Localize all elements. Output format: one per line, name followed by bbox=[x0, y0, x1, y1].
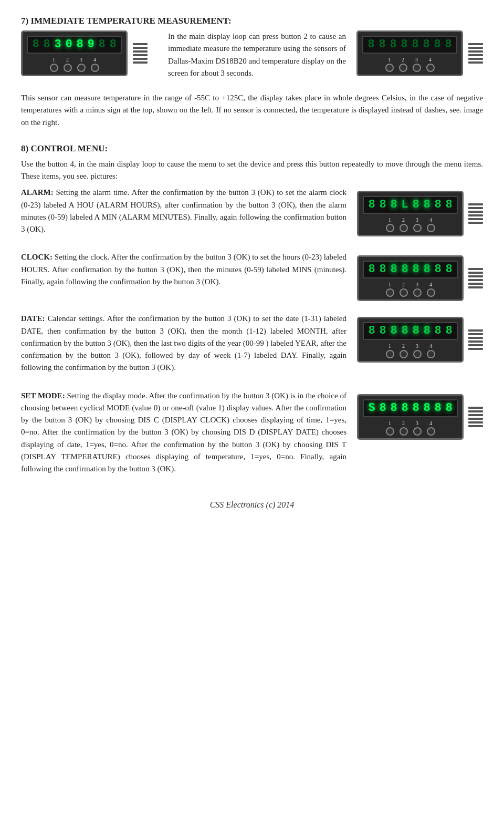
r-btn-group-2: 2 bbox=[399, 57, 407, 72]
date-body: Calendar settings. After the confirmatio… bbox=[21, 314, 346, 371]
clock-display-panel: 8 8 8 8 8 8 8 8 1 bbox=[357, 251, 483, 301]
clock-vent bbox=[468, 268, 483, 288]
dt-b3[interactable] bbox=[413, 350, 422, 358]
sm-d6: 8 bbox=[433, 402, 443, 414]
setmode-button-row: 1 2 3 4 bbox=[386, 420, 435, 436]
a-bg1: 1 bbox=[386, 217, 394, 232]
sm-bn3: 3 bbox=[413, 420, 422, 426]
c-d1: 8 bbox=[378, 264, 387, 275]
section-7-title: 7) IMMEDIATE TEMPERATURE MEASUREMENT: bbox=[21, 16, 483, 26]
dt-bn1: 1 bbox=[386, 343, 394, 349]
sm-b2[interactable] bbox=[400, 427, 408, 436]
btn-group-3: 3 bbox=[77, 57, 86, 72]
setmode-display-panel: S 8 8 8 8 8 8 8 1 bbox=[357, 390, 483, 440]
r-btn-num-4: 4 bbox=[426, 57, 435, 63]
section-7-body: This sensor can measure temperature in t… bbox=[21, 92, 483, 129]
c-bn1: 1 bbox=[386, 282, 394, 287]
a-d2: 8 bbox=[389, 199, 398, 211]
date-label: DATE: bbox=[21, 314, 45, 323]
c-d0: 8 bbox=[367, 264, 376, 275]
r-btn-group-3: 3 bbox=[413, 57, 421, 72]
a-d4: 8 bbox=[411, 199, 421, 211]
r-btn-2[interactable] bbox=[399, 64, 407, 72]
btn-group-1: 1 bbox=[50, 57, 58, 72]
c-bn3: 3 bbox=[413, 282, 422, 287]
a-bn2: 2 bbox=[400, 217, 408, 223]
a-b1[interactable] bbox=[386, 224, 394, 232]
c-b3[interactable] bbox=[413, 288, 422, 297]
date-display: 8 8 8 8 8 8 8 8 1 bbox=[357, 317, 464, 363]
footer: CSS Electronics (c) 2014 bbox=[21, 500, 483, 510]
digit-6: 8 bbox=[97, 39, 107, 50]
a-bg4: 4 bbox=[427, 217, 435, 232]
r-btn-1[interactable] bbox=[385, 64, 394, 72]
temp-display-right: 8 8 8 8 8 8 8 8 1 bbox=[356, 30, 463, 76]
setmode-vent bbox=[468, 407, 483, 427]
c-b1[interactable] bbox=[386, 288, 394, 297]
c-bg3: 3 bbox=[413, 282, 422, 297]
r-btn-group-4: 4 bbox=[426, 57, 435, 72]
section-8: 8) CONTROL MENU: Use the button 4, in th… bbox=[21, 143, 483, 480]
dt-b4[interactable] bbox=[427, 350, 435, 358]
footer-text: CSS Electronics (c) 2014 bbox=[210, 500, 295, 509]
sm-b3[interactable] bbox=[413, 427, 422, 436]
c-d2: 8 bbox=[389, 264, 398, 275]
a-b3[interactable] bbox=[413, 224, 422, 232]
btn-4[interactable] bbox=[91, 64, 99, 72]
dt-bg3: 3 bbox=[413, 343, 422, 358]
date-row: DATE: Calendar settings. After the confi… bbox=[21, 313, 483, 378]
dt-d4: 8 bbox=[411, 325, 421, 337]
a-b4[interactable] bbox=[427, 224, 435, 232]
c-bg4: 4 bbox=[427, 282, 435, 297]
r-btn-3[interactable] bbox=[413, 64, 421, 72]
a-d7: 8 bbox=[444, 199, 454, 211]
r-btn-4[interactable] bbox=[426, 64, 435, 72]
c-b4[interactable] bbox=[427, 288, 435, 297]
section-8-title: 8) CONTROL MENU: bbox=[21, 143, 483, 154]
dt-d7: 8 bbox=[444, 325, 454, 337]
r-digit-3: 8 bbox=[400, 39, 409, 50]
alarm-display: 8 8 8 L 8 8 8 8 1 bbox=[357, 191, 464, 236]
btn-1[interactable] bbox=[50, 64, 58, 72]
sm-bn1: 1 bbox=[386, 420, 394, 426]
r-digit-6: 8 bbox=[433, 39, 442, 50]
digit-3: 0 bbox=[64, 39, 74, 50]
dt-b1[interactable] bbox=[386, 350, 394, 358]
a-d1: 8 bbox=[378, 199, 387, 211]
c-bn2: 2 bbox=[400, 282, 408, 287]
display-panel-right: 8 8 8 8 8 8 8 8 1 bbox=[356, 30, 483, 76]
setmode-text: SET MODE: Setting the display mode. Afte… bbox=[21, 390, 346, 480]
section-7: 7) IMMEDIATE TEMPERATURE MEASUREMENT: 8 … bbox=[21, 16, 483, 129]
dt-bn3: 3 bbox=[413, 343, 422, 349]
sm-bn2: 2 bbox=[400, 420, 408, 426]
section-7-intro-text: In the main display loop can press butto… bbox=[168, 30, 346, 79]
dt-d2: 8 bbox=[389, 325, 398, 337]
temp-screen-left: 8 8 3 0 8 9 8 8 bbox=[27, 36, 122, 54]
c-d6: 8 bbox=[433, 264, 443, 275]
r-btn-num-3: 3 bbox=[413, 57, 421, 63]
setmode-paragraph: SET MODE: Setting the display mode. Afte… bbox=[21, 390, 346, 476]
c-b2[interactable] bbox=[400, 288, 408, 297]
dt-d1: 8 bbox=[378, 325, 387, 337]
sm-d3: 8 bbox=[400, 402, 410, 414]
r-digit-5: 8 bbox=[422, 39, 431, 50]
temp-screen-right: 8 8 8 8 8 8 8 8 bbox=[362, 36, 457, 54]
r-digit-4: 8 bbox=[411, 39, 420, 50]
alarm-row: ALARM: Setting the alarm time. After the… bbox=[21, 187, 483, 240]
sm-bg4: 4 bbox=[427, 420, 435, 436]
btn-3[interactable] bbox=[77, 64, 86, 72]
alarm-vent bbox=[468, 203, 483, 224]
dt-bn4: 4 bbox=[427, 343, 435, 349]
btn-2[interactable] bbox=[64, 64, 72, 72]
dt-bg4: 4 bbox=[427, 343, 435, 358]
a-b2[interactable] bbox=[400, 224, 408, 232]
button-row-right: 1 2 3 4 bbox=[385, 57, 435, 72]
sm-b1[interactable] bbox=[386, 427, 394, 436]
setmode-body: Setting the display mode. After the conf… bbox=[21, 391, 346, 473]
dt-bg1: 1 bbox=[386, 343, 394, 358]
btn-num-2: 2 bbox=[64, 57, 72, 63]
dt-d3: 8 bbox=[400, 325, 410, 337]
sm-b4[interactable] bbox=[427, 427, 435, 436]
btn-num-3: 3 bbox=[77, 57, 86, 63]
dt-b2[interactable] bbox=[400, 350, 408, 358]
